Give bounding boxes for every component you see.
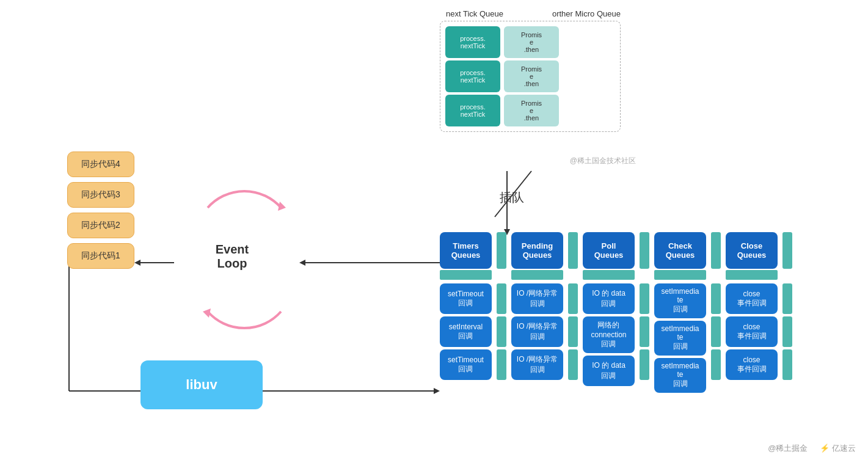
promise-then-1: Promise.then bbox=[504, 26, 559, 58]
timers-spacer bbox=[497, 232, 506, 393]
check-column: CheckQueues setImmediate回调 setImmediate回… bbox=[654, 232, 706, 393]
svg-marker-7 bbox=[134, 260, 140, 266]
next-tick-col: process.nextTick process.nextTick proces… bbox=[445, 26, 500, 126]
close-item-1: close事件回调 bbox=[726, 283, 778, 314]
check-spacer bbox=[711, 232, 721, 393]
check-item-2: setImmediate回调 bbox=[654, 321, 706, 356]
timers-item-3: setTimeout回调 bbox=[440, 349, 492, 380]
event-loop-container: Event Loop bbox=[171, 195, 293, 318]
timers-item-2: setInterval回调 bbox=[440, 316, 492, 347]
check-header: CheckQueues bbox=[654, 232, 706, 269]
event-loop-label: Event Loop bbox=[202, 243, 263, 271]
event-loop-circle: Event Loop bbox=[171, 195, 293, 318]
sync-code-1: 同步代码1 bbox=[67, 243, 134, 269]
promise-then-col: Promise.then Promise.then Promise.then bbox=[504, 26, 559, 126]
insert-label: 插队 bbox=[500, 189, 524, 206]
close-header: CloseQueues bbox=[726, 232, 778, 269]
sync-code-2: 同步代码2 bbox=[67, 213, 134, 238]
watermark-bottom-left: @稀土掘金 bbox=[768, 443, 808, 454]
promise-then-3: Promise.then bbox=[504, 95, 559, 126]
poll-item-2: 网络的connection回调 bbox=[583, 316, 635, 353]
watermark-bottom-right: ⚡ 亿速云 bbox=[820, 443, 856, 454]
sync-stack: 同步代码4 同步代码3 同步代码2 同步代码1 bbox=[67, 152, 134, 269]
watermark-bottom: @稀土掘金 ⚡ 亿速云 bbox=[768, 443, 856, 454]
pending-column: PendingQueues IO /网络异常回调 IO /网络异常回调 IO /… bbox=[511, 232, 563, 393]
next-tick-1: process.nextTick bbox=[445, 26, 500, 58]
diagram-container: 同步代码4 同步代码3 同步代码2 同步代码1 Event Loop libuv… bbox=[0, 0, 868, 460]
pending-item-2: IO /网络异常回调 bbox=[511, 316, 563, 347]
poll-item-1: IO 的 data回调 bbox=[583, 283, 635, 314]
pending-green-bar bbox=[511, 270, 563, 280]
next-tick-2: process.nextTick bbox=[445, 60, 500, 92]
close-item-2: close事件回调 bbox=[726, 316, 778, 347]
next-tick-label: next Tick Queue bbox=[446, 9, 503, 18]
promise-then-2: Promise.then bbox=[504, 60, 559, 92]
sync-code-3: 同步代码3 bbox=[67, 182, 134, 208]
poll-green-bar bbox=[583, 270, 635, 280]
poll-column: PollQueues IO 的 data回调 网络的connection回调 I… bbox=[583, 232, 635, 393]
other-micro-label: orther Micro Queue bbox=[552, 9, 621, 18]
close-column: CloseQueues close事件回调 close事件回调 close事件回… bbox=[726, 232, 778, 393]
check-item-1: setImmediate回调 bbox=[654, 283, 706, 318]
poll-header: PollQueues bbox=[583, 232, 635, 269]
check-item-3: setImmediate回调 bbox=[654, 358, 706, 393]
queues-area: TimersQueues setTimeout回调 setInterval回调 … bbox=[440, 232, 792, 393]
close-item-3: close事件回调 bbox=[726, 349, 778, 380]
timers-item-1: setTimeout回调 bbox=[440, 283, 492, 314]
watermark-top: @稀土国金技术社区 bbox=[570, 156, 636, 166]
pending-item-1: IO /网络异常回调 bbox=[511, 283, 563, 314]
next-tick-3: process.nextTick bbox=[445, 95, 500, 126]
timers-column: TimersQueues setTimeout回调 setInterval回调 … bbox=[440, 232, 492, 393]
pending-item-3: IO /网络异常回调 bbox=[511, 349, 563, 380]
svg-marker-3 bbox=[434, 388, 440, 394]
micro-area: next Tick Queue orther Micro Queue proce… bbox=[440, 9, 621, 132]
close-green-bar bbox=[726, 270, 778, 280]
pending-spacer bbox=[568, 232, 578, 393]
svg-marker-5 bbox=[299, 260, 305, 266]
poll-spacer bbox=[640, 232, 649, 393]
libuv-box: libuv bbox=[140, 360, 263, 409]
close-spacer bbox=[782, 232, 792, 393]
timers-green-bar bbox=[440, 270, 492, 280]
check-green-bar bbox=[654, 270, 706, 280]
micro-queue-box: process.nextTick process.nextTick proces… bbox=[440, 21, 621, 132]
sync-code-4: 同步代码4 bbox=[67, 152, 134, 177]
poll-item-3: IO 的 data回调 bbox=[583, 356, 635, 386]
pending-header: PendingQueues bbox=[511, 232, 563, 269]
timers-header: TimersQueues bbox=[440, 232, 492, 269]
micro-labels: next Tick Queue orther Micro Queue bbox=[440, 9, 621, 18]
